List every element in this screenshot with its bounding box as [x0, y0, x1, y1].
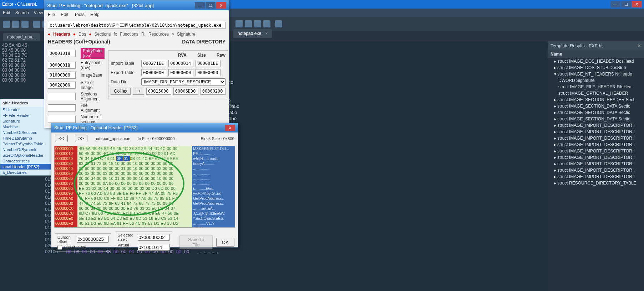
toolbar-icon[interactable] — [275, 20, 282, 27]
toolbar-icon[interactable] — [245, 20, 252, 27]
hexdlg-prev-button[interactable]: << — [55, 135, 68, 142]
tab-close-icon[interactable]: × — [265, 31, 268, 36]
crumb-resources[interactable]: Resources — [148, 32, 169, 37]
crumb-dos[interactable]: Dos — [78, 32, 86, 37]
crumb-headers[interactable]: Headers — [53, 32, 70, 37]
datadir-label: Data Dir : — [111, 79, 139, 84]
tree-item[interactable]: ▸ struct IMAGE_SECTION_HEADER Sect — [548, 97, 644, 103]
cursor-offset-input[interactable] — [77, 236, 109, 243]
studpe-menu-file[interactable]: File — [48, 12, 55, 17]
template-tree[interactable]: ▸ struct IMAGE_DOS_HEADER DosHead▸ struc… — [548, 58, 644, 291]
cursor-offset-label: Cursor offset : — [57, 235, 75, 244]
datadir-select[interactable]: IMAGE_DIR_ENTRY_RESOURCE — [141, 78, 225, 85]
header-field-input[interactable] — [48, 93, 76, 100]
dd-raw-input[interactable] — [196, 69, 220, 76]
hexdlg-next-button[interactable]: >> — [75, 135, 88, 142]
tree-item[interactable]: ▸ struct IMAGE_IMPORT_DESCRIPTOR I — [548, 135, 644, 141]
header-field-input[interactable] — [48, 72, 76, 79]
tree-item[interactable]: struct IMAGE_FILE_HEADER FileHea — [548, 84, 644, 90]
offset-in-file-checkbox[interactable] — [57, 245, 62, 250]
toolbar-icon[interactable] — [21, 21, 29, 28]
tree-item[interactable]: ▾ struct IMAGE_NT_HEADERS NtHeade — [548, 71, 644, 77]
hexdlg-close-button[interactable]: X — [225, 125, 235, 131]
toolbar-icon[interactable] — [263, 20, 270, 27]
tree-item[interactable]: ▸ struct IMAGE_IMPORT_DESCRIPTOR I — [548, 129, 644, 135]
studpe-crumb-tabs: ●Headers ●Dos ●Sections fxFunctions R:Re… — [48, 32, 225, 37]
main-close-button[interactable]: X — [632, 1, 642, 7]
dd-size-input[interactable] — [168, 60, 193, 67]
studpe-titlebar[interactable]: Stud_PE editing : "notepad_upack.exe" - … — [44, 0, 229, 10]
hexdlg-titlebar[interactable]: Stud_PE Editing : Optional Header [PE32]… — [51, 123, 238, 132]
crumb-signature[interactable]: Signature — [177, 32, 195, 37]
hexdlg-hexview[interactable]: 000000004D 5A 4B 45 52 4E 45 4C 33 32 2E… — [54, 146, 235, 228]
menu-view[interactable]: View — [34, 10, 43, 15]
offset-in-file-label: Offset In file — [64, 245, 86, 249]
virtual-offset-input[interactable] — [138, 244, 170, 251]
main-maximize-button[interactable]: ☐ — [621, 1, 631, 7]
studpe-hex-dialog: Stud_PE Editing : Optional Header [PE32]… — [51, 123, 238, 248]
menu-search[interactable]: Search — [15, 10, 29, 15]
tree-item[interactable]: ▸ struct IMAGE_IMPORT_DESCRIPTOR I — [548, 173, 644, 180]
toolbar-icon[interactable] — [235, 20, 243, 27]
dd-rva-input[interactable] — [141, 69, 166, 76]
tree-item[interactable]: ▸ struct RESOURCE_DIRECTORY_TABLE — [548, 180, 644, 186]
tree-item[interactable]: ▸ struct IMAGE_SECTION_DATA Sectio — [548, 109, 644, 116]
selected-size-label: Selected size : — [117, 233, 136, 241]
toolbar-icon[interactable] — [33, 21, 40, 28]
tree-item[interactable]: ▸ struct IMAGE_IMPORT_DESCRIPTOR I — [548, 154, 644, 161]
menu-edit[interactable]: Edit — [3, 10, 10, 15]
crumb-sections[interactable]: Sections — [94, 32, 111, 37]
tree-item[interactable]: ▸ struct IMAGE_DOS_HEADER DosHead — [548, 58, 644, 64]
selected-size-input[interactable] — [138, 234, 170, 241]
tree-item[interactable]: ▸ struct IMAGE_DOS_STUB DosStub — [548, 64, 644, 71]
tree-item[interactable]: ▸ struct IMAGE_IMPORT_DESCRIPTOR I — [548, 122, 644, 129]
tree-item[interactable]: ▸ struct IMAGE_SECTION_DATA Sectio — [548, 116, 644, 122]
studpe-title: Stud_PE editing : "notepad_upack.exe" - … — [47, 3, 154, 8]
header-field-label: Size of Image — [81, 80, 105, 90]
dd-rva-input[interactable] — [141, 60, 166, 67]
template-results-panel: Template Results - EXE.bt ✕ Name ▸ struc… — [548, 41, 644, 291]
studpe-minimize-button[interactable]: — — [195, 2, 205, 9]
plusplus-button[interactable]: ++ — [133, 88, 144, 95]
studpe-menu-edit[interactable]: Edit — [61, 12, 69, 17]
tab-notepad-upack[interactable]: notepad_upa... — [3, 33, 40, 41]
header-field-input[interactable] — [48, 82, 76, 89]
dd-row-label: Import Table — [111, 61, 139, 66]
virtual-offset-label: Virtual offset : — [117, 243, 136, 251]
main-window-title: Editor - C:\Users\L — [2, 2, 37, 7]
header-field-input[interactable] — [48, 116, 76, 123]
toolbar-separator — [273, 20, 273, 28]
hexdlg-file-label: notepad_upack.exe — [95, 136, 130, 141]
dd-raw-input[interactable] — [196, 60, 220, 67]
main-minimize-button[interactable]: — — [610, 1, 620, 7]
tab-notepad-exe[interactable]: notepad.exe × — [233, 29, 272, 38]
tree-item[interactable]: ▸ struct IMAGE_IMPORT_DESCRIPTOR I — [548, 161, 644, 167]
ok-button[interactable]: OK — [216, 238, 234, 247]
studpe-path-input[interactable] — [48, 22, 225, 29]
tree-item[interactable]: ▸ struct IMAGE_SECTION_DATA Sectio — [548, 103, 644, 109]
toolbar-icon[interactable] — [254, 20, 261, 27]
tree-item[interactable]: ▸ struct IMAGE_IMPORT_DESCRIPTOR I — [548, 141, 644, 148]
header-field-label: Sections Alignment — [81, 92, 105, 102]
dd-size-input[interactable] — [168, 69, 193, 76]
gohex-button[interactable]: GoHex — [111, 88, 130, 95]
studpe-maximize-button[interactable]: ☐ — [206, 2, 215, 9]
studpe-close-button[interactable]: X — [216, 2, 226, 9]
toolbar-icon[interactable] — [3, 21, 10, 28]
toolbar-icon[interactable] — [12, 21, 19, 28]
studpe-menu-tools[interactable]: Tools — [74, 12, 85, 17]
tree-item[interactable]: ▸ struct IMAGE_IMPORT_DESCRIPTOR I — [548, 148, 644, 154]
tree-item[interactable]: DWORD Signature — [548, 77, 644, 84]
tree-item[interactable]: struct IMAGE_OPTIONAL_HEADER — [548, 90, 644, 97]
gohex-size[interactable] — [173, 88, 198, 95]
studpe-menu-help[interactable]: Help — [90, 12, 100, 17]
gohex-rva[interactable] — [146, 88, 171, 95]
crumb-functions[interactable]: Functions — [120, 32, 138, 37]
header-field-input[interactable] — [48, 50, 76, 57]
save-to-file-button[interactable]: Save to File — [179, 235, 213, 249]
panel-close-icon[interactable]: ✕ — [637, 43, 641, 48]
gohex-raw[interactable] — [201, 88, 225, 95]
tree-item[interactable]: ▸ struct IMAGE_IMPORT_DESCRIPTOR I — [548, 167, 644, 173]
header-field-input[interactable] — [48, 62, 76, 69]
header-field-input[interactable] — [48, 104, 76, 111]
